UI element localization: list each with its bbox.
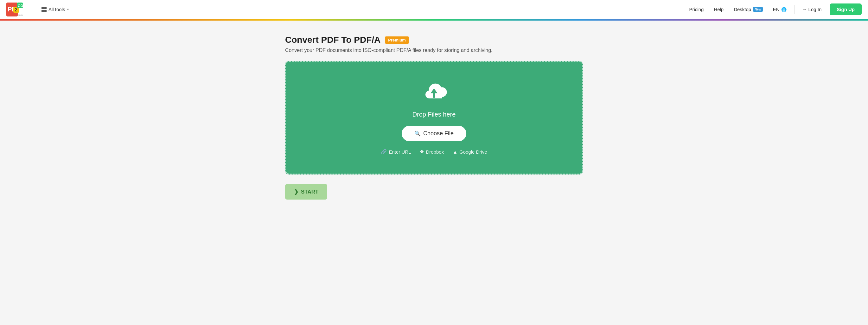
grid-icon [41, 7, 46, 12]
pricing-link[interactable]: Pricing [685, 4, 708, 14]
logo[interactable]: PDF 2 GO .com [6, 3, 23, 17]
premium-badge: Premium [385, 36, 409, 44]
choose-file-label: Choose File [423, 130, 454, 137]
main-content: Convert PDF To PDF/A Premium Convert you… [276, 19, 592, 209]
dropbox-label: Dropbox [426, 149, 444, 155]
chevron-right-icon: ❯ [294, 189, 299, 195]
globe-icon: 🌐 [781, 7, 786, 12]
login-button[interactable]: → Log In [798, 4, 826, 14]
upload-options: 🔗 Enter URL ❖ Dropbox ▲ Google Drive [381, 149, 487, 155]
all-tools-button[interactable]: All tools ▾ [39, 5, 71, 14]
link-icon: 🔗 [381, 149, 387, 155]
upload-area[interactable]: Drop Files here 🔍 Choose File 🔗 Enter UR… [285, 61, 583, 174]
logo-image: PDF 2 GO .com [6, 3, 23, 17]
drop-files-text: Drop Files here [412, 111, 456, 118]
page-header: Convert PDF To PDF/A Premium Convert you… [285, 35, 583, 53]
dropbox-button[interactable]: ❖ Dropbox [420, 149, 444, 155]
header-nav: Pricing Help Desktop New EN 🌐 → Log In S… [685, 3, 862, 15]
google-drive-label: Google Drive [459, 149, 487, 155]
logo-nav-divider [34, 3, 34, 16]
svg-text:.com: .com [17, 13, 23, 17]
new-badge: New [753, 7, 763, 12]
nav-divider [794, 5, 795, 14]
page-title-row: Convert PDF To PDF/A Premium [285, 35, 583, 45]
svg-text:2: 2 [14, 7, 17, 12]
header: PDF 2 GO .com All tools ▾ Pricing Help D… [0, 0, 868, 19]
language-button[interactable]: EN 🌐 [769, 4, 791, 14]
enter-url-label: Enter URL [389, 149, 411, 155]
google-drive-button[interactable]: ▲ Google Drive [453, 149, 487, 155]
signup-button[interactable]: Sign Up [830, 3, 862, 15]
desktop-label: Desktop [734, 7, 751, 12]
start-button[interactable]: ❯ START [285, 184, 327, 200]
page-subtitle: Convert your PDF documents into ISO-comp… [285, 47, 583, 53]
help-link[interactable]: Help [709, 4, 728, 14]
svg-text:GO: GO [18, 4, 23, 8]
enter-url-button[interactable]: 🔗 Enter URL [381, 149, 411, 155]
start-label: START [301, 189, 318, 195]
rainbow-bar [0, 19, 868, 21]
search-icon: 🔍 [414, 131, 421, 136]
google-drive-icon: ▲ [453, 149, 458, 155]
choose-file-button[interactable]: 🔍 Choose File [402, 126, 466, 141]
page-title: Convert PDF To PDF/A [285, 35, 380, 45]
chevron-down-icon: ▾ [67, 8, 69, 11]
desktop-button[interactable]: Desktop New [729, 4, 767, 14]
login-label: Log In [808, 7, 822, 12]
all-tools-label: All tools [49, 7, 65, 12]
cloud-upload-icon [420, 81, 448, 106]
dropbox-icon: ❖ [420, 149, 424, 155]
lang-label: EN [773, 7, 780, 12]
login-arrow-icon: → [802, 7, 807, 12]
